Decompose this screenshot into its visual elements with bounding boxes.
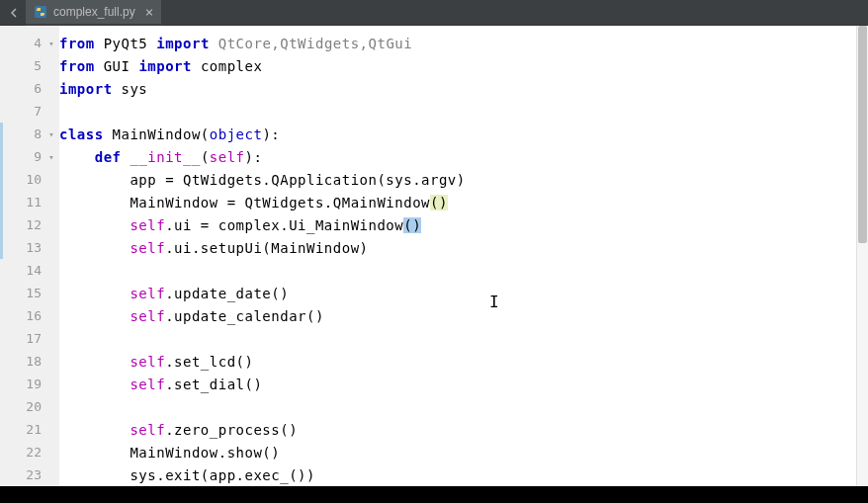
gutter-line: 9▾ bbox=[0, 145, 59, 168]
code-line: self.zero_process() bbox=[59, 418, 856, 441]
code-line: from GUI import complex bbox=[59, 54, 856, 77]
code-line bbox=[59, 327, 856, 350]
arrow-left-icon bbox=[9, 8, 19, 18]
python-file-icon bbox=[34, 5, 47, 19]
code-line bbox=[59, 395, 856, 418]
code-line: self.ui = complex.Ui_MainWindow() bbox=[59, 213, 856, 236]
tab-close-button[interactable]: × bbox=[145, 5, 153, 19]
code-area[interactable]: from PyQt5 import QtCore,QtWidgets,QtGui… bbox=[59, 26, 856, 486]
code-line: self.update_date() bbox=[59, 282, 856, 304]
back-button[interactable] bbox=[2, 1, 26, 25]
code-line bbox=[59, 100, 856, 123]
fold-def-icon[interactable]: ▾ bbox=[45, 151, 57, 163]
gutter-line: 22 bbox=[0, 441, 59, 463]
gutter-line: 23 bbox=[0, 463, 59, 486]
svg-rect-0 bbox=[35, 6, 46, 18]
gutter-line: 10 bbox=[0, 168, 59, 191]
file-tab[interactable]: complex_full.py × bbox=[26, 0, 161, 26]
code-line: import sys bbox=[59, 77, 856, 100]
gutter-line: 13 bbox=[0, 236, 59, 259]
editor: 4▾ 5 6 7 8▾ 9▾ 10 11 12 13 14 15 16 17 1… bbox=[0, 26, 868, 486]
code-line: def __init__(self): bbox=[59, 145, 856, 168]
gutter-line: 14 bbox=[0, 259, 59, 282]
gutter-line: 4▾ bbox=[0, 32, 59, 54]
gutter-line: 15 bbox=[0, 282, 59, 304]
fold-class-icon[interactable]: ▾ bbox=[45, 128, 57, 140]
gutter-line: 12 bbox=[0, 213, 59, 236]
code-line: class MainWindow(object): bbox=[59, 123, 856, 145]
scrollbar-thumb[interactable] bbox=[858, 26, 867, 243]
gutter-line: 20 bbox=[0, 395, 59, 418]
gutter-line: 8▾ bbox=[0, 123, 59, 145]
gutter-line: 16 bbox=[0, 304, 59, 327]
gutter-line: 19 bbox=[0, 373, 59, 395]
tab-filename: complex_full.py bbox=[53, 5, 135, 19]
code-line: self.set_dial() bbox=[59, 373, 856, 395]
code-line: sys.exit(app.exec_()) bbox=[59, 463, 856, 486]
gutter-line: 21 bbox=[0, 418, 59, 441]
code-line: self.set_lcd() bbox=[59, 350, 856, 373]
bottom-border bbox=[0, 486, 868, 503]
code-line: self.update_calendar() bbox=[59, 304, 856, 327]
vertical-scrollbar[interactable] bbox=[856, 26, 868, 486]
gutter-line: 5 bbox=[0, 54, 59, 77]
code-line: MainWindow = QtWidgets.QMainWindow() bbox=[59, 191, 856, 213]
gutter-line: 18 bbox=[0, 350, 59, 373]
code-line bbox=[59, 259, 856, 282]
gutter-line: 6 bbox=[0, 77, 59, 100]
gutter-line: 7 bbox=[0, 100, 59, 123]
code-line: from PyQt5 import QtCore,QtWidgets,QtGui bbox=[59, 32, 856, 54]
gutter-line: 11 bbox=[0, 191, 59, 213]
code-line: app = QtWidgets.QApplication(sys.argv) bbox=[59, 168, 856, 191]
code-line: MainWindow.show() bbox=[59, 441, 856, 463]
tab-bar: complex_full.py × bbox=[0, 0, 868, 26]
gutter-line: 17 bbox=[0, 327, 59, 350]
fold-region-icon[interactable]: ▾ bbox=[45, 38, 57, 49]
code-line: self.ui.setupUi(MainWindow) bbox=[59, 236, 856, 259]
gutter: 4▾ 5 6 7 8▾ 9▾ 10 11 12 13 14 15 16 17 1… bbox=[0, 26, 59, 486]
